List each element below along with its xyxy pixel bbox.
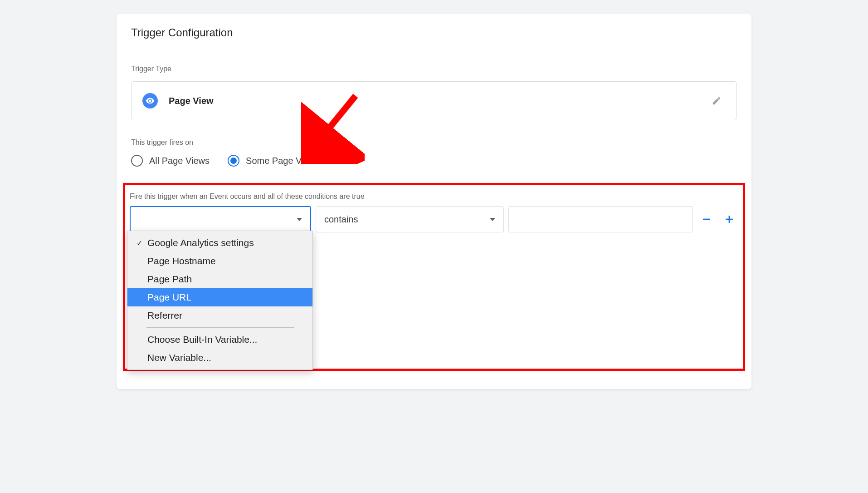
trigger-type-name: Page View (169, 96, 214, 106)
trigger-config-card: Trigger Configuration Trigger Type Page … (117, 14, 751, 389)
condition-value-input[interactable] (508, 206, 693, 232)
menu-item-page-url[interactable]: ✓Page URL (127, 288, 312, 306)
fires-on-radio-group: All Page Views Some Page Views (131, 155, 737, 167)
card-header: Trigger Configuration (117, 14, 751, 52)
edit-trigger-type-button[interactable] (707, 92, 726, 110)
radio-all-page-views[interactable]: All Page Views (131, 155, 210, 167)
fires-on-label: This trigger fires on (131, 138, 737, 147)
radio-label: Some Page Views (246, 156, 320, 166)
radio-icon (228, 155, 239, 167)
variable-dropdown-menu: ✓Google Analytics settings ✓Page Hostnam… (127, 231, 313, 370)
radio-some-page-views[interactable]: Some Page Views (228, 155, 320, 167)
menu-item-ga-settings[interactable]: ✓Google Analytics settings (127, 234, 312, 252)
menu-item-page-path[interactable]: ✓Page Path (127, 270, 312, 288)
page-view-icon (142, 93, 158, 108)
radio-label: All Page Views (149, 156, 210, 166)
chevron-down-icon (297, 218, 302, 221)
svg-rect-4 (726, 219, 733, 220)
card-title: Trigger Configuration (131, 26, 737, 39)
svg-rect-2 (703, 219, 710, 220)
variable-select[interactable] (130, 206, 311, 232)
remove-condition-button[interactable] (697, 210, 716, 228)
trigger-type-box[interactable]: Page View (131, 81, 737, 120)
menu-item-referrer[interactable]: ✓Referrer (127, 306, 312, 325)
chevron-down-icon (490, 218, 495, 221)
trigger-type-label: Trigger Type (131, 65, 737, 73)
conditions-row: ✓Google Analytics settings ✓Page Hostnam… (130, 206, 738, 232)
radio-icon (131, 155, 143, 167)
operator-select[interactable]: contains (316, 206, 504, 232)
plus-icon (724, 214, 734, 224)
pencil-icon (712, 96, 722, 106)
operator-select-text: contains (324, 214, 358, 225)
menu-item-new-variable[interactable]: ✓New Variable... (127, 349, 312, 367)
menu-divider (146, 327, 294, 328)
trigger-type-left: Page View (142, 93, 214, 108)
menu-item-choose-builtin[interactable]: ✓Choose Built-In Variable... (127, 330, 312, 349)
menu-item-page-hostname[interactable]: ✓Page Hostname (127, 252, 312, 270)
variable-select-wrap: ✓Google Analytics settings ✓Page Hostnam… (130, 206, 311, 232)
card-body: Trigger Type Page View This trigger fire… (117, 52, 751, 389)
highlight-annotation-box: Fire this trigger when an Event occurs a… (123, 183, 745, 371)
add-condition-button[interactable] (720, 210, 738, 228)
conditions-label: Fire this trigger when an Event occurs a… (130, 192, 738, 201)
minus-icon (702, 214, 712, 224)
